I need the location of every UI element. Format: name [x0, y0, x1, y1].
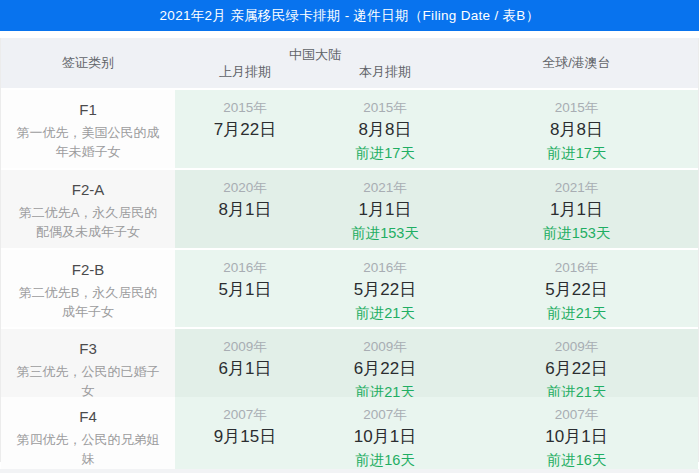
date-text: 6月22日: [455, 357, 698, 381]
this-month-cell: 2016年 5月22日 前进21天: [315, 250, 455, 327]
visa-description: 第二优先A，永久居民的配偶及未成年子女: [15, 203, 161, 241]
year-text: 2021年: [455, 178, 698, 198]
column-header-last-month: 上月排期: [175, 63, 315, 87]
table-header-row: 签证类别 中国大陆 上月排期 本月排期 全球/港澳台: [1, 38, 698, 88]
visa-code: F2-A: [15, 179, 161, 201]
date-text: 1月1日: [315, 198, 455, 222]
date-text: 8月8日: [315, 118, 455, 142]
year-text: 2016年: [175, 258, 315, 278]
year-text: 2007年: [315, 405, 455, 425]
this-month-cell: 2009年 6月22日 前进21天: [315, 329, 455, 403]
date-text: 5月22日: [455, 278, 698, 302]
visa-description: 第四优先，公民的兄弟姐妹: [15, 430, 161, 468]
date-text: 5月22日: [315, 278, 455, 302]
global-cell: 2009年 6月22日 前进21天: [455, 329, 698, 403]
column-header-this-month: 本月排期: [315, 63, 455, 87]
advance-text: 前进21天: [455, 302, 698, 324]
date-text: 5月1日: [175, 278, 315, 302]
year-text: 2016年: [315, 258, 455, 278]
global-cell: 2021年 1月1日 前进153天: [455, 170, 698, 248]
last-month-cell: 2015年 7月22日: [175, 90, 315, 168]
global-cell: 2015年 8月8日 前进17天: [455, 90, 698, 168]
table-row-f4: F4 第四优先，公民的兄弟姐妹 2007年 9月15日 2007年 10月1日 …: [1, 395, 698, 462]
visa-date-table: 签证类别 中国大陆 上月排期 本月排期 全球/港澳台 F1 第一优先，美国公民的…: [0, 38, 699, 462]
visa-code: F1: [15, 99, 161, 121]
visa-description: 第一优先，美国公民的成年未婚子女: [15, 123, 161, 161]
last-month-cell: 2020年 8月1日: [175, 170, 315, 248]
date-text: 7月22日: [175, 118, 315, 142]
last-month-cell: 2016年 5月1日: [175, 250, 315, 327]
year-text: 2007年: [455, 405, 698, 425]
year-text: 2009年: [315, 337, 455, 357]
last-month-cell: 2007年 9月15日: [175, 397, 315, 471]
visa-category-cell: F1 第一优先，美国公民的成年未婚子女: [1, 90, 175, 168]
visa-description: 第三优先，公民的已婚子女: [15, 362, 161, 400]
year-text: 2009年: [175, 337, 315, 357]
advance-text: 前进21天: [315, 302, 455, 324]
date-text: 1月1日: [455, 198, 698, 222]
column-header-global: 全球/港澳台: [455, 38, 698, 88]
column-header-china: 中国大陆: [175, 39, 455, 63]
visa-code: F4: [15, 406, 161, 428]
advance-text: 前进17天: [455, 142, 698, 164]
date-text: 6月22日: [315, 357, 455, 381]
advance-text: 前进153天: [315, 222, 455, 244]
year-text: 2016年: [455, 258, 698, 278]
year-text: 2007年: [175, 405, 315, 425]
date-text: 6月1日: [175, 357, 315, 381]
last-month-cell: 2009年 6月1日: [175, 329, 315, 403]
visa-category-cell: F4 第四优先，公民的兄弟姐妹: [1, 397, 175, 471]
title-bar: 2021年2月 亲属移民绿卡排期 - 递件日期（Filing Date / 表B…: [0, 0, 699, 31]
year-text: 2009年: [455, 337, 698, 357]
visa-code: F3: [15, 338, 161, 360]
visa-code: F2-B: [15, 259, 161, 281]
advance-text: 前进153天: [455, 222, 698, 244]
visa-category-cell: F2-B 第二优先B，永久居民的成年子女: [1, 250, 175, 327]
column-header-category: 签证类别: [1, 38, 175, 88]
visa-description: 第二优先B，永久居民的成年子女: [15, 283, 161, 321]
date-text: 9月15日: [175, 425, 315, 449]
year-text: 2015年: [175, 98, 315, 118]
year-text: 2015年: [455, 98, 698, 118]
this-month-cell: 2021年 1月1日 前进153天: [315, 170, 455, 248]
date-text: 10月1日: [315, 425, 455, 449]
this-month-cell: 2007年 10月1日 前进16天: [315, 397, 455, 471]
header-gap: [0, 31, 699, 38]
advance-text: 前进16天: [315, 449, 455, 471]
visa-bulletin-page: 2021年2月 亲属移民绿卡排期 - 递件日期（Filing Date / 表B…: [0, 0, 699, 473]
year-text: 2020年: [175, 178, 315, 198]
this-month-cell: 2015年 8月8日 前进17天: [315, 90, 455, 168]
year-text: 2015年: [315, 98, 455, 118]
advance-text: 前进17天: [315, 142, 455, 164]
date-text: 8月1日: [175, 198, 315, 222]
visa-category-cell: F2-A 第二优先A，永久居民的配偶及未成年子女: [1, 170, 175, 248]
global-cell: 2016年 5月22日 前进21天: [455, 250, 698, 327]
table-row-f3: F3 第三优先，公民的已婚子女 2009年 6月1日 2009年 6月22日 前…: [1, 327, 698, 395]
table-row-f1: F1 第一优先，美国公民的成年未婚子女 2015年 7月22日 2015年 8月…: [1, 88, 698, 168]
date-text: 8月8日: [455, 118, 698, 142]
visa-category-cell: F3 第三优先，公民的已婚子女: [1, 329, 175, 403]
bottom-strip: [0, 469, 699, 473]
advance-text: 前进16天: [455, 449, 698, 471]
table-row-f2a: F2-A 第二优先A，永久居民的配偶及未成年子女 2020年 8月1日 2021…: [1, 168, 698, 248]
global-cell: 2007年 10月1日 前进16天: [455, 397, 698, 471]
year-text: 2021年: [315, 178, 455, 198]
column-group-china: 中国大陆 上月排期 本月排期: [175, 38, 455, 88]
table-row-f2b: F2-B 第二优先B，永久居民的成年子女 2016年 5月1日 2016年 5月…: [1, 248, 698, 327]
date-text: 10月1日: [455, 425, 698, 449]
page-title: 2021年2月 亲属移民绿卡排期 - 递件日期（Filing Date / 表B…: [160, 7, 540, 25]
